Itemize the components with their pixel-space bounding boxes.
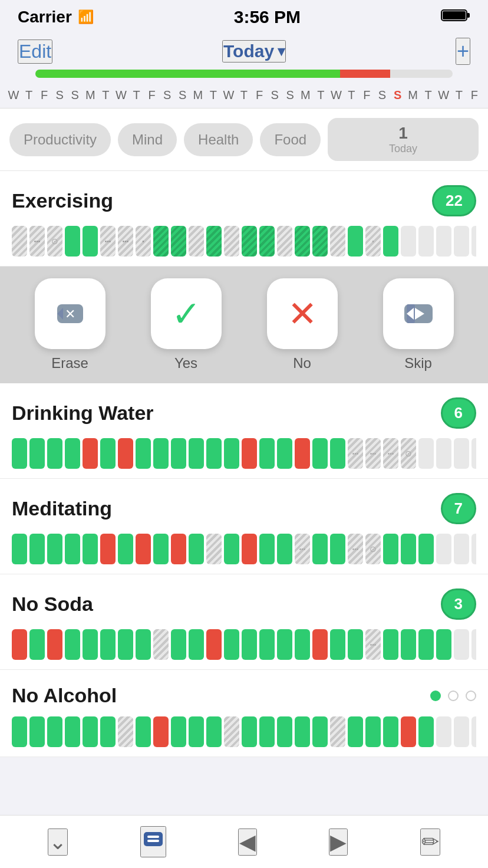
bottom-nav: ⌄ ◀ ▶ ✏: [0, 815, 488, 868]
skip-icon[interactable]: [383, 278, 454, 349]
collapse-button[interactable]: ⌄: [48, 828, 68, 856]
erase-action[interactable]: ✕ Erase: [35, 278, 105, 371]
no-action[interactable]: ✕ No: [267, 278, 338, 371]
streak-badge-meditating: 7: [441, 493, 476, 524]
edit-nav-button[interactable]: ✏: [420, 828, 440, 856]
habit-grid-meditating[interactable]: ••• ••• ⊙: [12, 534, 476, 564]
calendar-days: W T F S S M T W T F S S M T W T F S S M …: [6, 88, 482, 102]
habit-grid-drinking-water[interactable]: ••• ••• ••• ⊙: [12, 438, 476, 469]
progress-bar: [35, 70, 453, 78]
svg-rect-11: [147, 836, 159, 838]
tab-health[interactable]: Health: [184, 123, 253, 156]
skip-label: Skip: [404, 355, 432, 371]
progress-green: [35, 70, 340, 78]
forward-button[interactable]: ▶: [329, 828, 348, 856]
habit-exercising: Exercising 22 ••• ⊙ ••• ••• •: [0, 171, 488, 267]
habit-name-no-soda: No Soda: [12, 593, 93, 616]
wifi-icon: 📶: [78, 9, 94, 25]
erase-label: Erase: [51, 355, 88, 371]
streak-badge-drinking-water: 6: [441, 397, 476, 429]
erase-icon[interactable]: ✕: [35, 278, 105, 349]
yes-action[interactable]: ✓ Yes: [151, 278, 222, 371]
today-label: Today: [389, 143, 417, 155]
carrier-text: Carrier: [18, 8, 72, 27]
today-number: 1: [398, 124, 408, 143]
tab-food[interactable]: Food: [260, 123, 321, 156]
streak-badge-no-soda: 3: [441, 588, 476, 620]
tab-productivity[interactable]: Productivity: [9, 123, 111, 156]
skip-action[interactable]: Skip: [383, 278, 454, 371]
habit-grid-no-soda[interactable]: •••: [12, 629, 476, 660]
calendar-strip: W T F S S M T W T F S S M T W T F S S M …: [0, 84, 488, 108]
action-panel: ✕ Erase ✓ Yes ✕ No Skip: [0, 267, 488, 383]
habit-name-meditating: Meditating: [12, 497, 112, 520]
carrier-info: Carrier 📶: [18, 8, 94, 27]
progress-red: [340, 70, 390, 78]
dot-filled: [430, 691, 441, 701]
svg-rect-2: [467, 13, 470, 18]
home-button[interactable]: [140, 826, 166, 857]
dot-empty-1: [448, 691, 459, 701]
no-icon[interactable]: ✕: [267, 278, 338, 349]
add-habit-button[interactable]: +: [456, 38, 470, 65]
habit-no-alcohol: No Alcohol: [0, 670, 488, 757]
habit-name-exercising: Exercising: [12, 189, 113, 212]
habit-name-no-alcohol: No Alcohol: [12, 684, 117, 707]
battery-icon: [441, 8, 470, 26]
no-label: No: [293, 355, 311, 371]
streak-dots-no-alcohol: [430, 691, 476, 701]
streak-badge-exercising: 22: [432, 185, 476, 216]
habit-meditating: Meditating 7 ••• ••• ⊙: [0, 479, 488, 574]
habit-grid-exercising[interactable]: ••• ⊙ ••• ••• • •: [12, 226, 476, 257]
header: Edit Today ▾ +: [0, 32, 488, 78]
habit-drinking-water: Drinking Water 6 ••• ••• ••• ⊙: [0, 383, 488, 479]
habit-name-drinking-water: Drinking Water: [12, 402, 154, 425]
edit-button[interactable]: Edit: [18, 40, 52, 64]
chevron-down-icon: ▾: [278, 43, 285, 60]
time-display: 3:56 PM: [234, 7, 301, 27]
category-tabs: Productivity Mind Health Food 1 Today: [0, 108, 488, 171]
habit-grid-no-alcohol[interactable]: [12, 716, 476, 747]
tab-today-count[interactable]: 1 Today: [328, 118, 479, 161]
svg-text:✕: ✕: [65, 307, 75, 321]
svg-rect-12: [147, 840, 159, 842]
today-button[interactable]: Today ▾: [222, 40, 286, 63]
status-bar: Carrier 📶 3:56 PM: [0, 0, 488, 32]
yes-icon[interactable]: ✓: [151, 278, 222, 349]
yes-label: Yes: [174, 355, 197, 371]
dot-empty-2: [466, 691, 476, 701]
habit-no-soda: No Soda 3 •••: [0, 574, 488, 670]
svg-rect-10: [144, 832, 163, 846]
svg-rect-1: [443, 11, 466, 19]
back-button[interactable]: ◀: [238, 828, 257, 856]
tab-mind[interactable]: Mind: [118, 123, 177, 156]
